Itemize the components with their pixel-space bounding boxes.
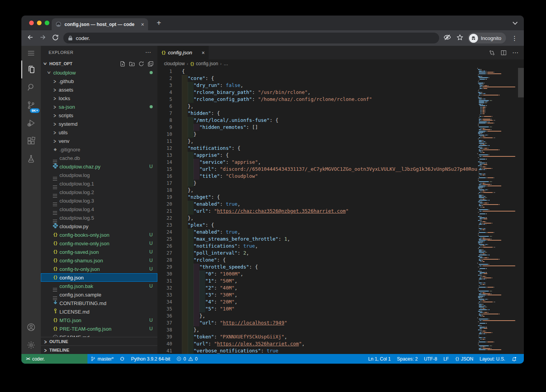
code-line[interactable]: 24"enabled": true, <box>157 229 477 236</box>
code-line[interactable]: 29"throttle_speeds": { <box>157 264 477 271</box>
minimize-window-button[interactable] <box>37 21 42 25</box>
breadcrumb-folder[interactable]: cloudplow <box>164 61 185 66</box>
tab-close-icon[interactable]: × <box>141 22 144 27</box>
testing-activity-icon[interactable] <box>21 150 41 168</box>
language-mode-status[interactable]: {} JSON <box>452 354 476 364</box>
tree-item-venv[interactable]: >venv <box>41 137 157 145</box>
forward-button[interactable] <box>38 33 47 43</box>
code-line[interactable]: 13"apprise": { <box>157 152 477 159</box>
code-line[interactable]: 30"0": "1000M", <box>157 271 477 278</box>
tree-item-contributing.md[interactable]: CONTRIBUTING.md <box>41 299 157 307</box>
tree-item-locks[interactable]: >locks <box>41 94 157 102</box>
refresh-icon[interactable] <box>138 61 144 67</box>
tree-item-mtg.json[interactable]: {}MTG.jsonU <box>41 316 157 324</box>
code-line[interactable]: 37"url": "http://localhost:7949" <box>157 319 477 326</box>
cursor-position-status[interactable]: Ln 1, Col 1 <box>365 354 394 364</box>
workspace-section-header[interactable]: > HOST_OPT <box>41 59 157 68</box>
timeline-section[interactable]: > TIMELINE <box>41 345 157 354</box>
explorer-more-actions-icon[interactable]: ⋯ <box>145 49 152 56</box>
code-line[interactable]: 15"url": "discord://650104445434331137/_… <box>157 166 477 173</box>
code-line[interactable]: 12"notifications": { <box>157 145 477 152</box>
python-interpreter-status[interactable]: Python 3.9.2 64-bit <box>128 354 173 364</box>
editor-tab-close-icon[interactable]: × <box>202 50 205 56</box>
problems-status[interactable]: 0 0 <box>173 354 201 364</box>
code-line[interactable]: 31"1": "50M", <box>157 278 477 284</box>
extensions-activity-icon[interactable] <box>21 132 41 150</box>
tree-item-cloudplow.log.5[interactable]: cloudplow.log.5 <box>41 213 157 222</box>
code-line[interactable]: 9"hidden_remotes": [] <box>157 124 477 131</box>
code-line[interactable]: 38}, <box>157 326 477 333</box>
code-line[interactable]: 8"/mnt/local/.unionfs-fuse": { <box>157 117 477 124</box>
new-tab-button[interactable]: + <box>157 19 161 27</box>
editor-more-actions-icon[interactable]: ⋯ <box>512 49 518 56</box>
tree-item-readme.md[interactable]: iREADME.md <box>41 333 157 337</box>
fullscreen-window-button[interactable] <box>45 21 49 25</box>
tree-item-config-saved.json[interactable]: {}config-saved.jsonU <box>41 248 157 256</box>
bookmark-star-icon[interactable] <box>455 34 464 43</box>
search-activity-icon[interactable] <box>21 78 41 96</box>
close-window-button[interactable] <box>29 21 34 25</box>
tree-item-cloudplow[interactable]: >cloudplow <box>41 68 157 77</box>
explorer-activity-icon[interactable] <box>21 61 41 78</box>
code-line[interactable]: 39"token": "PXNNXUEfYSCkUspGiiXj", <box>157 333 477 340</box>
tree-item-cloudplow.log.4[interactable]: cloudplow.log.4 <box>41 205 157 213</box>
code-line[interactable]: 34"4": "20M", <box>157 298 477 305</box>
code-line[interactable]: 3"dry_run": false, <box>157 82 477 89</box>
tree-item-config.json.bak[interactable]: config.json.bakU <box>41 282 157 290</box>
indentation-status[interactable]: Spaces: 2 <box>394 354 421 364</box>
code-line[interactable]: 2"core": { <box>157 75 477 82</box>
code-line[interactable]: 16"title": "Cloudplow" <box>157 173 477 180</box>
encoding-status[interactable]: UTF-8 <box>421 354 440 364</box>
tree-item-assets[interactable]: >assets <box>41 85 157 94</box>
minimap[interactable] <box>477 68 518 354</box>
outline-section[interactable]: > OUTLINE <box>41 337 157 345</box>
code-line[interactable]: 23"plex": { <box>157 222 477 229</box>
address-bar[interactable]: coder. <box>63 33 439 43</box>
tree-item-cloudplow.log.2[interactable]: cloudplow.log.2 <box>41 188 157 196</box>
eol-status[interactable]: LF <box>440 354 452 364</box>
notifications-bell[interactable] <box>508 354 520 364</box>
tree-item-.gitignore[interactable]: ◆.gitignore <box>41 145 157 154</box>
code-line[interactable]: 6}, <box>157 103 477 110</box>
run-debug-activity-icon[interactable] <box>21 114 41 132</box>
editor-scrollbar[interactable] <box>518 68 524 97</box>
browser-menu-icon[interactable]: ⋮ <box>510 35 519 42</box>
code-line[interactable]: 28"rclone": { <box>157 257 477 264</box>
collapse-all-icon[interactable] <box>148 61 154 67</box>
code-line[interactable]: 4"rclone_binary_path": "/usr/bin/rclone"… <box>157 89 477 96</box>
tree-item-config-shamus.json[interactable]: {}config-shamus.jsonU <box>41 256 157 265</box>
code-line[interactable]: 36}, <box>157 312 477 319</box>
code-line[interactable]: 10} <box>157 131 477 138</box>
account-icon[interactable] <box>21 318 41 336</box>
tree-item-pre-team-config.json[interactable]: {}PRE-TEAM-config.jsonU <box>41 324 157 333</box>
tree-item-config-tv-only.json[interactable]: {}config-tv-only.jsonU <box>41 265 157 273</box>
split-editor-icon[interactable] <box>501 50 507 56</box>
code-line[interactable]: 33"3": "30M", <box>157 291 477 298</box>
code-line[interactable]: 32"2": "40M", <box>157 284 477 291</box>
new-file-icon[interactable] <box>120 61 126 67</box>
open-changes-icon[interactable] <box>489 50 495 56</box>
code-line[interactable]: 1{ <box>157 68 477 75</box>
code-line[interactable]: 27"poll_interval": 2, <box>157 250 477 257</box>
code-line[interactable]: 5"rclone_config_path": "/home/chaz/.conf… <box>157 96 477 103</box>
tree-item-scripts[interactable]: >scripts <box>41 111 157 120</box>
code-line[interactable]: 41"verbose_notifications": true <box>157 347 477 354</box>
tree-item-utils[interactable]: >utils <box>41 128 157 137</box>
tree-item-config-movie-only.json[interactable]: {}config-movie-only.jsonU <box>41 239 157 248</box>
tree-item-cache.db[interactable]: cache.db <box>41 154 157 162</box>
settings-gear-icon[interactable] <box>21 336 41 354</box>
code-line[interactable]: 18}, <box>157 187 477 194</box>
code-line[interactable]: 22}, <box>157 215 477 222</box>
code-line[interactable]: 21"url": "https://chaz:chaz3526@nzbget.3… <box>157 208 477 215</box>
tree-item-config-books-only.json[interactable]: {}config-books-only.jsonU <box>41 231 157 239</box>
breadcrumb-file[interactable]: config.json <box>196 61 218 66</box>
code-line[interactable]: 26"notifications": true, <box>157 243 477 250</box>
sync-status[interactable] <box>117 354 128 364</box>
tab-search-chevron-icon[interactable] <box>513 20 518 25</box>
browser-tab[interactable]: config.json — host_opt — code × <box>52 18 148 30</box>
code-line[interactable]: 25"max_streams_before_throttle": 1, <box>157 236 477 243</box>
tree-item-.github[interactable]: >.github <box>41 77 157 85</box>
code-line[interactable]: 35"5": "10M" <box>157 305 477 312</box>
incognito-badge[interactable]: Incognito <box>468 33 506 43</box>
code-line[interactable]: 14"service": "apprise", <box>157 159 477 166</box>
